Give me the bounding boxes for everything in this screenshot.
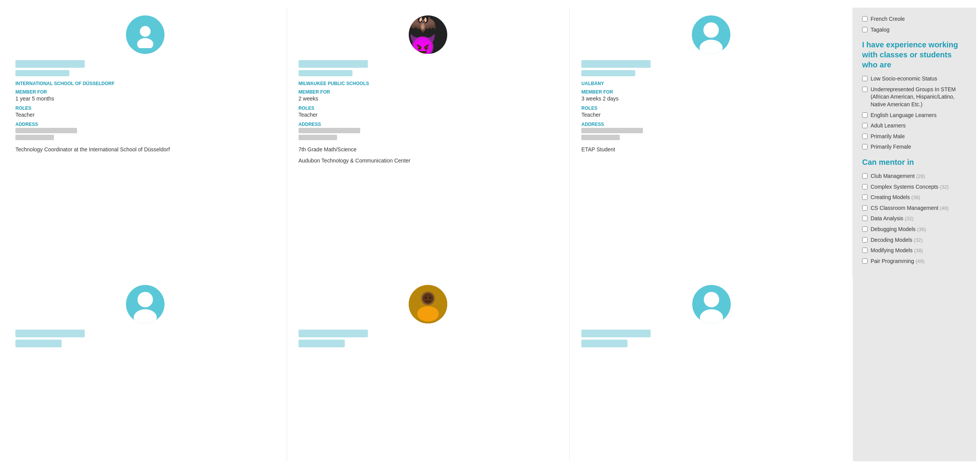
- checkbox-cs-classroom: CS Classroom Management (48): [862, 204, 967, 212]
- avatar-2[interactable]: 🦇😈: [409, 15, 447, 54]
- checkbox-primarily-male: Primarily Male: [862, 133, 967, 141]
- tagalog-label: Tagalog: [871, 26, 889, 34]
- avatar-4[interactable]: [126, 285, 164, 323]
- checkbox-data-analysis-input[interactable]: [862, 216, 868, 221]
- checkbox-tagalog-input[interactable]: [862, 27, 868, 32]
- user-card-3: UALBANY MEMBER FOR 3 weeks 2 days ROLES …: [570, 8, 853, 277]
- cs-classroom-count: (48): [940, 205, 949, 211]
- avatar-container-1: [15, 15, 275, 54]
- blurred-name-6: [581, 330, 651, 337]
- checkbox-adult-learners-input[interactable]: [862, 123, 868, 128]
- club-management-label: Club Management (28): [871, 173, 925, 180]
- user-card-6: [570, 277, 853, 461]
- default-avatar-icon-6: [692, 285, 731, 323]
- user-card-4: [4, 277, 287, 461]
- svg-point-2: [703, 22, 719, 38]
- blurred-name-1: [15, 60, 85, 68]
- cs-classroom-label: CS Classroom Management (48): [871, 204, 949, 212]
- blurred-name-sub-4: [15, 340, 62, 347]
- school-label-1: INTERNATIONAL SCHOOL OF DÜSSELDORF: [15, 81, 114, 87]
- school-label-2: MILWAUKEE PUBLIC SCHOOLS: [299, 81, 369, 87]
- checkbox-underrepresented: Underrepresented Groups In STEM (African…: [862, 86, 967, 109]
- address-block-2: [299, 128, 360, 140]
- blurred-address-short-1: [15, 135, 54, 140]
- address-block-3: [581, 128, 643, 140]
- adult-learners-label: Adult Learners: [871, 122, 906, 130]
- svg-point-1: [137, 38, 153, 48]
- checkbox-decoding-models: Decoding Models (32): [862, 236, 967, 244]
- blurred-name-2: [299, 60, 368, 68]
- club-management-count: (28): [916, 173, 925, 179]
- avatar-1[interactable]: [126, 15, 164, 54]
- checkbox-debugging-models: Debugging Models (36): [862, 226, 967, 233]
- address-label-1: ADDRESS: [15, 122, 38, 127]
- blurred-name-4: [15, 330, 85, 337]
- experience-section: I have experience working with classes o…: [862, 40, 967, 151]
- member-for-label-2: MEMBER FOR: [299, 89, 330, 95]
- roles-label-2: ROLES: [299, 106, 314, 111]
- checkbox-pair-programming: Pair Programming (49): [862, 258, 967, 265]
- checkbox-creating-models-input[interactable]: [862, 194, 868, 200]
- experience-section-title: I have experience working with classes o…: [862, 40, 967, 70]
- sidebar: French Creole Tagalog I have experience …: [853, 8, 976, 461]
- checkbox-decoding-models-input[interactable]: [862, 237, 868, 243]
- checkbox-primarily-female: Primarily Female: [862, 143, 967, 151]
- checkbox-primarily-male-input[interactable]: [862, 134, 868, 139]
- svg-point-3: [700, 40, 723, 54]
- languages-section: French Creole Tagalog: [862, 15, 967, 34]
- roles-value-1: Teacher: [15, 112, 35, 118]
- avatar-6[interactable]: [692, 285, 731, 323]
- checkbox-french-creole: French Creole: [862, 15, 967, 23]
- checkbox-modifying-models-input[interactable]: [862, 248, 868, 253]
- svg-point-9: [423, 293, 433, 304]
- member-for-value-1: 1 year 5 months: [15, 95, 54, 102]
- svg-point-12: [704, 292, 719, 307]
- checkbox-french-creole-input[interactable]: [862, 16, 868, 22]
- blurred-name-3: [581, 60, 651, 68]
- svg-point-10: [425, 297, 426, 298]
- member-for-value-3: 3 weeks 2 days: [581, 95, 619, 102]
- checkbox-cs-classroom-input[interactable]: [862, 205, 868, 211]
- checkbox-tagalog: Tagalog: [862, 26, 967, 34]
- modifying-models-label: Modifying Models (38): [871, 247, 923, 255]
- checkbox-club-management: Club Management (28): [862, 173, 967, 180]
- data-analysis-label: Data Analysis (32): [871, 215, 914, 223]
- checkbox-modifying-models: Modifying Models (38): [862, 247, 967, 255]
- svg-point-5: [134, 309, 157, 323]
- avatar-container-5: [299, 285, 558, 323]
- creating-models-label: Creating Models (36): [871, 194, 920, 201]
- avatar-3[interactable]: [692, 15, 730, 54]
- member-for-value-2: 2 weeks: [299, 95, 318, 102]
- checkbox-complex-systems-input[interactable]: [862, 184, 868, 189]
- checkbox-adult-learners: Adult Learners: [862, 122, 967, 130]
- default-avatar-icon-1: [132, 21, 159, 48]
- checkbox-primarily-female-input[interactable]: [862, 144, 868, 149]
- svg-point-0: [140, 26, 151, 37]
- avatar-5[interactable]: [409, 285, 447, 323]
- pair-programming-count: (49): [916, 258, 925, 264]
- blurred-address-3: [581, 128, 643, 133]
- checkbox-underrepresented-input[interactable]: [862, 87, 868, 92]
- blurred-name-sub-5: [299, 340, 345, 347]
- avatar-container-3: [581, 15, 841, 54]
- svg-point-8: [417, 306, 439, 322]
- checkbox-low-socio-input[interactable]: [862, 76, 868, 81]
- modifying-models-count: (38): [914, 248, 923, 253]
- checkbox-creating-models: Creating Models (36): [862, 194, 967, 201]
- address-block-1: [15, 128, 77, 140]
- blurred-name-sub-1: [15, 70, 69, 76]
- checkbox-club-management-input[interactable]: [862, 173, 868, 179]
- svg-point-11: [430, 297, 431, 298]
- checkbox-english-learners-input[interactable]: [862, 112, 868, 118]
- svg-point-4: [138, 292, 153, 307]
- user-grid: INTERNATIONAL SCHOOL OF DÜSSELDORF MEMBE…: [4, 8, 853, 461]
- primarily-male-label: Primarily Male: [871, 133, 905, 141]
- description-2: 7th Grade Math/Science: [299, 146, 357, 154]
- checkbox-debugging-models-input[interactable]: [862, 226, 868, 232]
- checkbox-pair-programming-input[interactable]: [862, 258, 868, 264]
- debugging-models-label: Debugging Models (36): [871, 226, 926, 233]
- roles-label-3: ROLES: [581, 106, 597, 111]
- description-3: ETAP Student: [581, 146, 615, 154]
- checkbox-data-analysis: Data Analysis (32): [862, 215, 967, 223]
- svg-point-13: [700, 309, 723, 323]
